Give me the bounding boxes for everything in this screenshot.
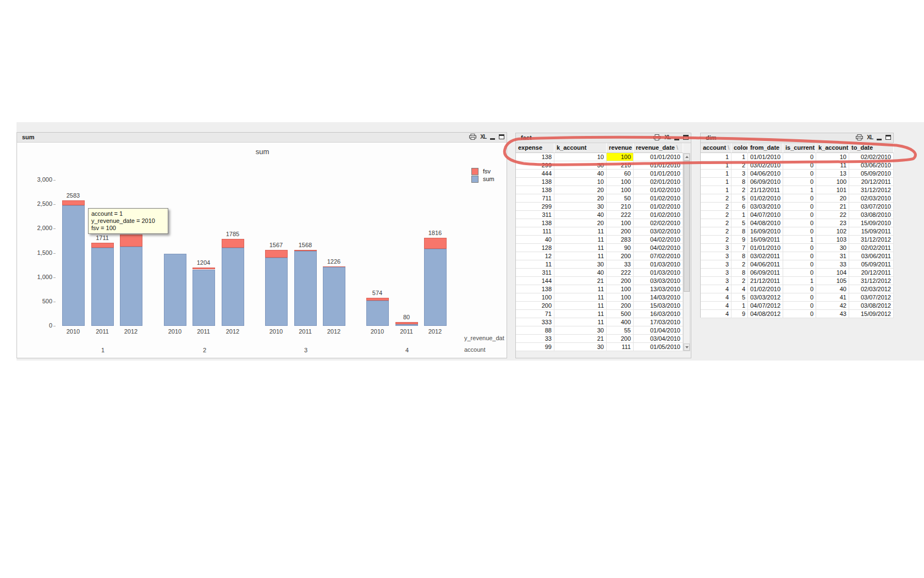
table-cell[interactable]: 90 [607,244,634,252]
table-cell[interactable]: 03/08/2010 [849,211,894,219]
table-cell[interactable]: 01/01/2010 [634,153,683,161]
table-cell[interactable]: 33 [607,260,634,269]
table-cell[interactable]: 3 [732,170,748,178]
table-cell[interactable]: 20 [554,219,607,227]
table-cell[interactable]: 9 [732,310,748,318]
table-cell[interactable]: 0 [783,302,816,310]
table-cell[interactable]: 15/09/2010 [849,219,894,227]
table-cell[interactable]: 01/03/2010 [634,260,683,269]
table-cell[interactable]: 138 [516,219,554,227]
bar-segment-fsv[interactable] [91,243,114,248]
table-cell[interactable]: 5 [732,194,748,203]
table-cell[interactable]: 21/12/2011 [748,186,783,194]
table-cell[interactable]: 1 [783,236,816,244]
table-cell[interactable]: 103 [816,236,849,244]
table-cell[interactable]: 6 [732,203,748,211]
bar-segment-sum[interactable] [424,249,447,326]
table-cell[interactable]: 2 [732,260,748,269]
table-cell[interactable]: 23 [816,219,849,227]
table-cell[interactable]: 222 [607,269,634,277]
table-cell[interactable]: 0 [783,203,816,211]
table-cell[interactable]: 3 [701,244,732,252]
dim-window-titlebar[interactable]: dim XL [701,133,893,143]
table-cell[interactable]: 4 [701,293,732,302]
table-cell[interactable]: 16/03/2010 [634,310,683,318]
table-cell[interactable]: 138 [516,285,554,293]
column-header-expense[interactable]: expense [516,143,554,153]
column-header-revenue[interactable]: revenue [607,143,634,153]
table-cell[interactable]: 144 [516,277,554,285]
table-cell[interactable]: 0 [783,194,816,203]
table-cell[interactable]: 11 [554,236,607,244]
table-cell[interactable]: 4 [701,310,732,318]
table-cell[interactable]: 01/01/2010 [634,161,683,170]
table-cell[interactable]: 0 [783,219,816,227]
column-header-account[interactable]: account\ [701,143,732,153]
table-cell[interactable]: 21 [554,277,607,285]
table-cell[interactable]: 9 [732,236,748,244]
minimize-icon[interactable] [877,139,882,140]
export-xl-icon[interactable]: XL [867,134,873,140]
scrollbar-thumb[interactable] [684,161,690,292]
export-xl-icon[interactable]: XL [480,134,486,140]
table-cell[interactable]: 100 [607,186,634,194]
table-cell[interactable]: 200 [607,302,634,310]
table-cell[interactable]: 01/02/2010 [634,211,683,219]
export-xl-icon[interactable]: XL [664,134,670,140]
table-cell[interactable]: 01/01/2010 [748,244,783,252]
table-cell[interactable]: 7 [732,244,748,252]
table-cell[interactable]: 30 [554,343,607,351]
column-header-is_current[interactable]: is_current [783,143,816,153]
table-cell[interactable]: 31/12/2012 [849,186,894,194]
table-cell[interactable]: 33 [516,335,554,343]
bar-segment-sum[interactable] [164,254,186,326]
bar-segment-sum[interactable] [62,205,85,326]
table-cell[interactable]: 11 [554,293,607,302]
table-cell[interactable]: 21 [554,335,607,343]
table-cell[interactable]: 0 [783,269,816,277]
table-cell[interactable]: 104 [816,269,849,277]
table-cell[interactable]: 40 [554,269,607,277]
table-cell[interactable]: 88 [516,326,554,335]
table-cell[interactable]: 138 [516,186,554,194]
table-cell[interactable]: 283 [607,236,634,244]
bar-segment-sum[interactable] [294,251,317,326]
maximize-icon[interactable] [499,134,504,139]
minimize-icon[interactable] [490,138,495,140]
table-cell[interactable]: 8 [732,178,748,186]
table-cell[interactable]: 100 [816,178,849,186]
legend-item-fsv[interactable]: fsv [471,167,494,175]
table-cell[interactable]: 105 [816,277,849,285]
table-cell[interactable]: 07/02/2010 [634,252,683,260]
table-cell[interactable]: 01/02/2010 [634,194,683,203]
table-cell[interactable]: 15/03/2010 [634,302,683,310]
maximize-icon[interactable] [683,135,689,140]
table-cell[interactable]: 20 [816,194,849,203]
print-icon[interactable] [653,134,661,140]
table-cell[interactable]: 0 [783,260,816,269]
table-cell[interactable]: 3 [701,260,732,269]
table-cell[interactable]: 11 [516,260,554,269]
table-cell[interactable]: 138 [516,178,554,186]
table-cell[interactable]: 3 [701,277,732,285]
table-cell[interactable]: 8 [732,269,748,277]
table-cell[interactable]: 0 [783,211,816,219]
table-cell[interactable]: 14/03/2010 [634,293,683,302]
table-cell[interactable]: 2 [701,219,732,227]
table-cell[interactable]: 05/09/2010 [849,170,894,178]
table-cell[interactable]: 333 [516,318,554,326]
table-cell[interactable]: 2 [732,161,748,170]
table-cell[interactable]: 4 [732,285,748,293]
table-cell[interactable]: 60 [607,170,634,178]
table-cell[interactable]: 03/07/2010 [849,203,894,211]
table-cell[interactable]: 04/07/2012 [748,302,783,310]
table-cell[interactable]: 8 [732,227,748,236]
column-header-to_date[interactable]: to_date [849,143,894,153]
table-cell[interactable]: 1 [701,161,732,170]
table-cell[interactable]: 500 [607,310,634,318]
table-cell[interactable]: 20/12/2011 [849,178,894,186]
table-cell[interactable]: 4 [701,302,732,310]
table-cell[interactable]: 99 [516,343,554,351]
table-cell[interactable]: 20 [554,186,607,194]
table-cell[interactable]: 41 [816,293,849,302]
